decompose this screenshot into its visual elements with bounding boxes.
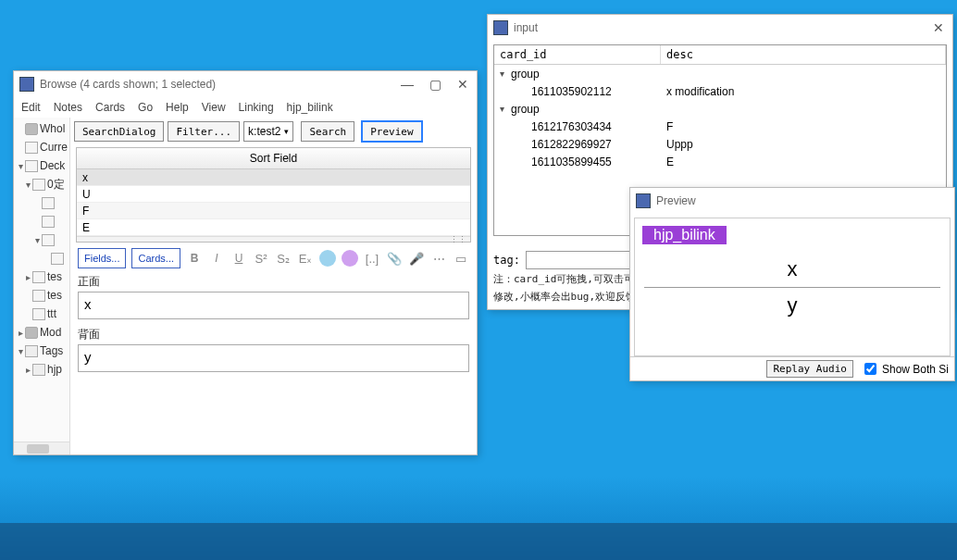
input-title: input <box>514 21 925 34</box>
grid-row[interactable]: x <box>77 169 470 186</box>
browse-window: Browse (4 cards shown; 1 selected) — ▢ ✕… <box>13 70 478 455</box>
tag-label: tag: <box>493 254 520 267</box>
input-titlebar[interactable]: input ✕ <box>488 15 952 41</box>
taskbar-item[interactable] <box>190 523 234 560</box>
preview-titlebar[interactable]: Preview <box>630 188 954 214</box>
menu-hjpbilink[interactable]: hjp_bilink <box>287 101 333 114</box>
tree-item[interactable] <box>14 212 69 230</box>
mic-icon[interactable]: 🎤 <box>408 250 425 267</box>
tree-item[interactable]: ttt <box>14 305 69 323</box>
browse-title: Browse (4 cards shown; 1 selected) <box>40 78 393 91</box>
taskbar-item[interactable] <box>95 523 140 560</box>
more-icon[interactable]: ⋯ <box>430 250 447 267</box>
front-field[interactable]: x <box>78 292 469 319</box>
highlight-swatch-icon[interactable] <box>342 250 358 267</box>
taskbar-item[interactable] <box>143 523 187 560</box>
back-label: 背面 <box>70 325 477 344</box>
menu-help[interactable]: Help <box>166 101 189 114</box>
tree-item[interactable] <box>14 249 69 268</box>
tree-scrollbar[interactable] <box>14 442 69 454</box>
taskbar-item[interactable] <box>285 523 329 560</box>
tree-item[interactable]: Curre <box>14 138 69 156</box>
col-cardid[interactable]: card_id <box>494 45 661 64</box>
tree-item[interactable]: ▾0定 <box>14 175 69 193</box>
underline-icon[interactable]: U <box>230 250 247 267</box>
close-button[interactable]: ✕ <box>449 71 477 97</box>
group-row[interactable]: ▾group <box>494 65 946 82</box>
chevron-down-icon: ▾ <box>284 127 289 136</box>
taskbar-item[interactable] <box>0 523 44 560</box>
grid-header-sortfield[interactable]: Sort Field <box>77 148 470 169</box>
menu-linking[interactable]: Linking <box>239 101 274 114</box>
preview-title: Preview <box>656 194 954 207</box>
card-row[interactable]: 1612176303434F <box>494 118 946 135</box>
tree-item[interactable]: ▾Deck <box>14 156 69 175</box>
grid-row[interactable]: E <box>77 219 470 236</box>
taskbar-item[interactable] <box>47 523 92 560</box>
browse-toolbar: SearchDialog Filter... k:test2▾ Search P… <box>70 118 477 145</box>
app-icon <box>19 77 34 92</box>
app-icon <box>493 20 508 35</box>
deck-tree[interactable]: WholCurre▾Deck▾0定▾▸testesttt▸Mod▾Tags▸hj… <box>14 118 70 454</box>
maximize-button[interactable]: ▢ <box>421 71 449 97</box>
replay-audio-button[interactable]: Replay Audio <box>766 360 852 378</box>
clear-format-icon[interactable]: Eₓ <box>297 250 314 267</box>
card-grid: Sort Field x U F E ⋮⋮ <box>76 147 471 243</box>
hjp-bilink-badge[interactable]: hjp_bilink <box>642 226 727 244</box>
col-desc[interactable]: desc <box>661 45 946 64</box>
menu-go[interactable]: Go <box>138 101 153 114</box>
italic-icon[interactable]: I <box>208 250 225 267</box>
close-button[interactable]: ✕ <box>925 15 952 41</box>
menu-view[interactable]: View <box>202 101 226 114</box>
group-row[interactable]: ▾group <box>494 100 946 118</box>
back-field[interactable]: y <box>78 344 469 372</box>
tree-item[interactable]: ▾Tags <box>14 342 69 360</box>
superscript-icon[interactable]: S² <box>253 250 269 267</box>
box-icon[interactable]: ▭ <box>453 250 469 267</box>
search-button[interactable]: Search <box>301 121 354 142</box>
app-icon <box>636 193 651 208</box>
browse-menubar: Edit Notes Cards Go Help View Linking hj… <box>14 97 477 118</box>
subscript-icon[interactable]: S₂ <box>275 250 292 267</box>
tree-item[interactable]: ▸Mod <box>14 323 69 342</box>
tree-item[interactable]: ▾ <box>14 230 69 249</box>
grid-resize-handle[interactable]: ⋮⋮ <box>77 236 470 242</box>
attach-icon[interactable]: 📎 <box>386 250 403 267</box>
preview-window: Preview hjp_bilink x y Replay Audio Show… <box>629 187 955 381</box>
menu-notes[interactable]: Notes <box>54 101 82 114</box>
tree-item[interactable]: ▸hjp <box>14 360 69 379</box>
tree-item[interactable]: ▸tes <box>14 268 69 286</box>
filter-button[interactable]: Filter... <box>168 121 240 142</box>
taskbar[interactable] <box>0 523 957 560</box>
card-row[interactable]: 1612822969927Uppp <box>494 135 946 153</box>
bold-icon[interactable]: B <box>186 250 203 267</box>
editor-toolbar: Fields... Cards... B I U S² S₂ Eₓ [..] 📎… <box>70 244 477 272</box>
preview-body: hjp_bilink x y <box>634 218 951 356</box>
cards-button[interactable]: Cards... <box>131 248 180 268</box>
color-swatch-icon[interactable] <box>319 250 336 267</box>
front-label: 正面 <box>70 272 477 292</box>
fields-button[interactable]: Fields... <box>78 248 127 268</box>
preview-front: x <box>635 252 950 287</box>
menu-cards[interactable]: Cards <box>95 101 125 114</box>
show-both-checkbox[interactable]: Show Both Si <box>861 360 949 378</box>
minimize-button[interactable]: — <box>393 71 421 97</box>
deck-combo[interactable]: k:test2▾ <box>243 121 293 142</box>
show-both-check-input[interactable] <box>864 363 876 375</box>
card-row[interactable]: 1611035899455E <box>494 153 946 170</box>
menu-edit[interactable]: Edit <box>21 101 41 114</box>
browse-titlebar[interactable]: Browse (4 cards shown; 1 selected) — ▢ ✕ <box>14 71 477 97</box>
searchdialog-button[interactable]: SearchDialog <box>74 121 164 142</box>
tree-item[interactable]: Whol <box>14 119 69 138</box>
tree-item[interactable] <box>14 193 69 212</box>
card-row[interactable]: 1611035902112x modification <box>494 82 946 100</box>
tree-item[interactable]: tes <box>14 286 69 305</box>
preview-button[interactable]: Preview <box>362 121 421 142</box>
preview-back: y <box>635 288 950 323</box>
taskbar-item[interactable] <box>238 523 282 560</box>
grid-row[interactable]: U <box>77 186 470 203</box>
cloze-icon[interactable]: [..] <box>364 250 380 267</box>
grid-row[interactable]: F <box>77 203 470 219</box>
preview-footer: Replay Audio Show Both Si <box>630 356 954 380</box>
